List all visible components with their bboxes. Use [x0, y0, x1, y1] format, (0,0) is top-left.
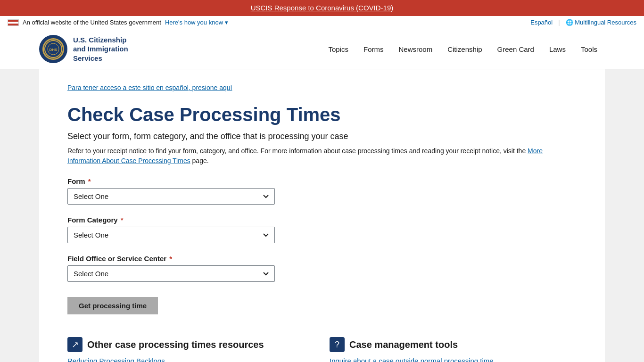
covid-banner: USCIS Response to Coronavirus (COVID-19)	[0, 0, 644, 16]
required-mark: *	[86, 177, 91, 185]
nav-laws[interactable]: Laws	[542, 31, 573, 67]
main-nav: Topics Forms Newsroom Citizenship Green …	[321, 31, 605, 67]
chevron-down-icon: ▾	[225, 19, 228, 26]
description-text-1: Refer to your receipt notice to find you…	[67, 147, 528, 155]
nav-citizenship[interactable]: Citizenship	[440, 31, 489, 67]
description-text-2: page.	[190, 157, 209, 165]
case-management-title: Case management tools	[349, 339, 458, 350]
site-header: DHS U.S. Citizenshipand ImmigrationServi…	[0, 29, 644, 69]
nav-topics[interactable]: Topics	[321, 31, 356, 67]
svg-point-0	[45, 41, 62, 58]
page-description: Refer to your receipt notice to find you…	[67, 146, 577, 166]
spanish-page-link[interactable]: Para tener acceso a este sitio en españo…	[67, 84, 232, 91]
nav-tools[interactable]: Tools	[573, 31, 605, 67]
form-field-label: Form *	[67, 177, 577, 185]
main-wrapper: Para tener acceso a este sitio en españo…	[0, 69, 644, 362]
other-resources-card: ↗ Other case processing times resources …	[67, 337, 314, 362]
svg-text:DHS: DHS	[50, 48, 58, 52]
external-link-icon: ↗	[67, 337, 83, 352]
divider: |	[558, 19, 560, 26]
covid-banner-link[interactable]: USCIS Response to Coronavirus (COVID-19)	[251, 4, 394, 12]
field-office-section: Field Office or Service Center * Select …	[67, 255, 577, 282]
seal-icon: DHS	[39, 35, 67, 63]
case-management-card: ? Case management tools Inquire about a …	[330, 337, 577, 362]
question-icon: ?	[330, 337, 345, 352]
gov-bar: An official website of the United States…	[0, 16, 644, 29]
other-resources-title: Other case processing times resources	[87, 339, 264, 350]
gov-bar-right: Español | 🌐 Multilingual Resources	[530, 19, 636, 26]
required-mark-3: *	[167, 255, 172, 263]
spanish-link-section: Para tener acceso a este sitio en españo…	[67, 83, 577, 92]
page-title: Check Case Processing Times	[67, 103, 577, 126]
field-office-label: Field Office or Service Center *	[67, 255, 577, 263]
required-mark-2: *	[119, 216, 124, 224]
spanish-lang-link[interactable]: Español	[530, 19, 553, 26]
form-category-select[interactable]: Select One	[67, 227, 275, 243]
page-subtitle: Select your form, form category, and the…	[67, 132, 577, 141]
site-logo[interactable]: DHS U.S. Citizenshipand ImmigrationServi…	[39, 29, 128, 69]
field-office-select[interactable]: Select One	[67, 265, 275, 282]
gov-bar-left: An official website of the United States…	[8, 19, 228, 26]
get-processing-time-button[interactable]: Get processing time	[67, 297, 158, 314]
svg-point-1	[48, 43, 59, 55]
official-text: An official website of the United States…	[23, 19, 161, 26]
content-area: Para tener acceso a este sitio en españo…	[39, 69, 605, 362]
form-select[interactable]: Select One	[67, 188, 275, 205]
multilingual-link[interactable]: 🌐 Multilingual Resources	[566, 19, 636, 26]
reducing-backlogs-link[interactable]: Reducing Processing Backlogs	[67, 356, 314, 362]
nav-newsroom[interactable]: Newsroom	[391, 31, 440, 67]
inquire-case-link[interactable]: Inquire about a case outside normal proc…	[330, 356, 577, 362]
how-know-toggle[interactable]: Here's how you know ▾	[165, 19, 228, 26]
logo-text: U.S. Citizenshipand ImmigrationServices	[73, 35, 128, 63]
form-category-label: Form Category *	[67, 216, 577, 224]
form-category-section: Form Category * Select One	[67, 216, 577, 243]
globe-icon: 🌐	[566, 19, 575, 26]
bottom-grid: ↗ Other case processing times resources …	[67, 329, 577, 362]
us-flag-icon	[8, 19, 19, 26]
case-management-card-header: ? Case management tools	[330, 337, 577, 352]
nav-green-card[interactable]: Green Card	[490, 31, 542, 67]
other-resources-card-header: ↗ Other case processing times resources	[67, 337, 314, 352]
nav-forms[interactable]: Forms	[356, 31, 391, 67]
form-field-section: Form * Select One	[67, 177, 577, 205]
